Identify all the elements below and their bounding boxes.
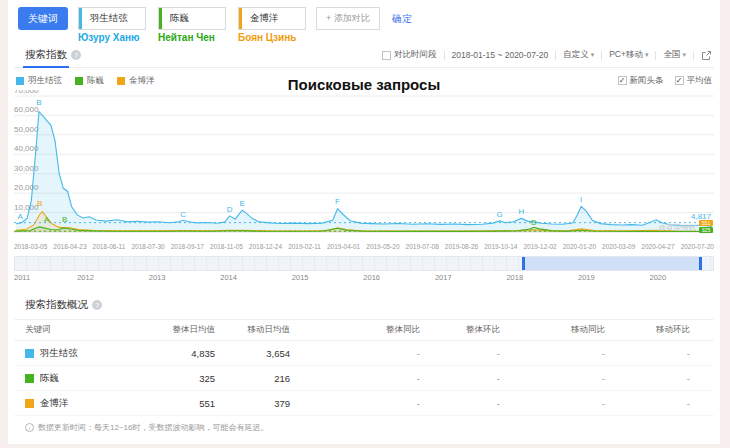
year-label: 2020 — [650, 273, 667, 282]
year-label: 2013 — [149, 273, 166, 282]
svg-text:70,000: 70,000 — [14, 90, 39, 95]
timeline-slider[interactable] — [14, 256, 714, 271]
device-dropdown[interactable]: PC+移动 ▾ — [609, 49, 648, 61]
custom-range-label: 自定义 — [563, 49, 589, 61]
date-range[interactable]: 2018-01-15 ~ 2020-07-20 — [452, 50, 549, 60]
region-dropdown[interactable]: 全国 ▾ — [663, 49, 686, 61]
custom-range-dropdown[interactable]: 自定义 ▾ — [563, 49, 594, 61]
year-label: 2017 — [435, 273, 452, 282]
legend-item[interactable]: 陈巍 — [75, 75, 104, 87]
panel-header: 搜索指数 ? 对比时间段 2018-01-15 ~ 2020-07-20 自定义… — [14, 43, 714, 68]
keyword-group: 金博洋 Боян Цзинь — [238, 7, 306, 43]
legend-label: 羽生结弦 — [28, 75, 62, 87]
value-cell: - — [434, 398, 514, 409]
table-row[interactable]: 陈巍325216---- — [14, 366, 714, 391]
table-row[interactable]: 金博洋551379---- — [14, 391, 714, 416]
year-label: 2014 — [220, 273, 237, 282]
column-header: 移动日均值 — [229, 324, 304, 336]
add-compare-button[interactable]: + 添加对比 — [316, 7, 380, 30]
x-tick: 2019-12-02 — [523, 243, 556, 250]
value-cell: - — [434, 348, 514, 359]
keyword-input-1[interactable]: 陈巍 — [158, 7, 226, 30]
x-tick: 2020-04-27 — [641, 243, 674, 250]
keyword-input-0[interactable]: 羽生结弦 — [78, 7, 146, 30]
row-swatch — [25, 374, 34, 383]
value-cell: 216 — [229, 373, 304, 384]
keyword-cell: 陈巍 — [14, 372, 164, 385]
value-cell: - — [514, 398, 619, 409]
column-header: 关键词 — [14, 324, 164, 336]
keyword-text: 金博洋 — [250, 12, 279, 25]
value-cell: - — [434, 373, 514, 384]
help-icon[interactable]: ? — [71, 50, 81, 60]
toggle-label: 新闻头条 — [630, 75, 664, 87]
svg-text:A: A — [18, 212, 24, 221]
x-tick: 2020-07-20 — [681, 243, 714, 250]
svg-text:50,000: 50,000 — [14, 125, 39, 134]
keyword-button[interactable]: 关键词 — [18, 7, 68, 30]
value-cell: - — [619, 348, 714, 359]
svg-text:551: 551 — [702, 220, 711, 226]
svg-text:C: C — [180, 210, 186, 219]
active-tab-underline — [23, 66, 69, 68]
x-tick: 2018-12-24 — [249, 243, 282, 250]
legend-item[interactable]: 金博洋 — [117, 75, 155, 87]
chart-legend: 羽生结弦陈巍金博洋 — [16, 75, 155, 87]
row-keyword: 陈巍 — [40, 372, 59, 385]
value-cell: 4,835 — [164, 348, 229, 359]
value-cell: - — [304, 398, 434, 409]
value-cell: - — [619, 373, 714, 384]
svg-text:B: B — [36, 98, 41, 107]
value-cell: 379 — [229, 398, 304, 409]
export-icon[interactable] — [701, 50, 712, 61]
x-tick: 2019-02-11 — [288, 243, 321, 250]
column-header: 整体同比 — [304, 324, 434, 336]
data-update-note: i 数据更新时间：每天12~16时，受数据波动影响，可能会有延迟。 — [14, 422, 714, 433]
page: 关键词 羽生结弦 Юзуру Ханю 陈巍 Нейтан Чен 金博洋 Бо… — [8, 0, 720, 444]
year-label: 2011 — [14, 273, 30, 282]
value-cell: - — [304, 373, 434, 384]
toggle-平均值[interactable]: ✓平均值 — [675, 75, 713, 87]
legend-label: 金博洋 — [129, 75, 155, 87]
confirm-link[interactable]: 确定 — [392, 12, 412, 26]
keyword-group: 羽生结弦 Юзуру Ханю — [78, 7, 146, 43]
keyword-list: 羽生结弦 Юзуру Ханю 陈巍 Нейтан Чен 金博洋 Боян Ц… — [78, 7, 306, 43]
table-row[interactable]: 羽生结弦4,8353,654---- — [14, 341, 714, 366]
table-header: 关键词整体日均值移动日均值整体同比整体环比移动同比移动环比 — [14, 319, 714, 341]
svg-text:325: 325 — [702, 227, 711, 233]
info-icon: i — [25, 423, 34, 432]
keyword-color-bar — [239, 8, 242, 29]
keyword-annotation: Юзуру Ханю — [78, 32, 146, 43]
checkbox-icon — [382, 51, 391, 60]
x-tick: 2018-06-11 — [93, 243, 126, 250]
x-tick: 2020-03-09 — [602, 243, 635, 250]
svg-text:B: B — [62, 215, 67, 224]
divider — [601, 51, 602, 60]
svg-text:D: D — [227, 205, 233, 214]
svg-text:H: H — [518, 207, 524, 216]
legend-item[interactable]: 羽生结弦 — [16, 75, 62, 87]
region-label: 全国 — [663, 49, 680, 61]
compare-period-checkbox[interactable]: 对比时间段 — [382, 49, 437, 61]
svg-text:A: A — [44, 215, 50, 224]
overview-title-row: 搜索指数概况 ? — [14, 298, 714, 312]
slider-selection[interactable] — [522, 257, 701, 270]
toggle-新闻头条[interactable]: ✓新闻头条 — [618, 75, 664, 87]
row-keyword: 羽生结弦 — [40, 347, 78, 360]
x-tick: 2019-04-01 — [327, 243, 360, 250]
timeline-years: 2011201220132014201520162017201820192020 — [14, 273, 714, 286]
chevron-down-icon: ▾ — [591, 51, 595, 59]
divider — [555, 51, 556, 60]
keyword-input-2[interactable]: 金博洋 — [238, 7, 306, 30]
x-tick: 2018-11-05 — [210, 243, 243, 250]
tab-search-index[interactable]: 搜索指数 ? — [14, 48, 81, 62]
toggle-label: 平均值 — [687, 75, 713, 87]
table-body: 羽生结弦4,8353,654---- 陈巍325216---- 金博洋55137… — [14, 341, 714, 416]
row-swatch — [25, 399, 34, 408]
keyword-annotation: Нейтан Чен — [158, 32, 226, 43]
help-icon[interactable]: ? — [92, 300, 102, 310]
trend-chart[interactable]: 70,00060,00050,00040,00030,00020,00010,0… — [14, 90, 714, 242]
keyword-cell: 金博洋 — [14, 397, 164, 410]
divider — [655, 51, 656, 60]
svg-text:G: G — [497, 210, 503, 219]
